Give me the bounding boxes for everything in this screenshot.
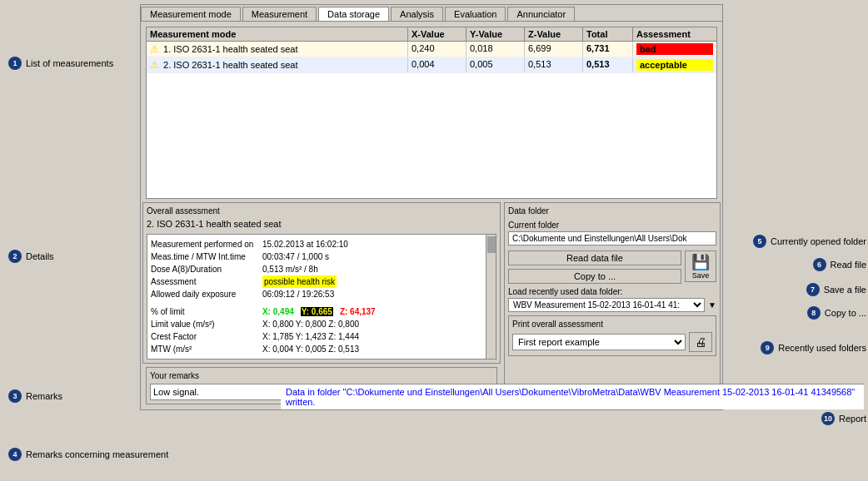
status-bar: Data in folder "C:\Dokumente und Einstel… [281,384,864,409]
label-remarks-measurement: 4 Remarks concerning measurement [8,448,168,461]
report-select[interactable]: First report example [512,334,686,350]
file-actions-row: Read data file Copy to ... 💾 Save [508,250,716,284]
badge-4: 4 [8,448,22,461]
mtw-values: X: 0,004 Y: 0,005 Z: 0,513 [262,343,359,355]
limit-values: X: 0,800 Y: 0,800 Z: 0,800 [262,318,359,330]
crest-label: Crest Factor [151,330,259,343]
table-row[interactable]: ⚠ 2. ISO 2631-1 health seated seat 0,004… [147,57,716,73]
save-label: Save [692,271,710,280]
table-row[interactable]: ⚠ 1. ISO 2631-1 health seated seat 0,240… [147,42,716,57]
badge-1: 1 [8,57,22,70]
tab-measurement[interactable]: Measurement [242,7,317,21]
save-file-button[interactable]: 💾 Save [685,250,716,282]
recent-dropdown-arrow: ▼ [708,300,716,310]
row1-y: 0,018 [466,42,525,57]
badge-6: 6 [813,258,826,271]
overall-panel-title: Overall assessment [147,206,496,216]
badge-7: 7 [806,283,820,296]
pct-y-value: Y: 0,665 [301,305,333,318]
print-button[interactable]: 🖨 [689,332,712,352]
row1-z: 6,699 [525,42,583,57]
detail-performed-label: Measurement performed on [151,238,259,250]
read-data-file-button[interactable]: Read data file [508,250,681,265]
warn-icon-1: ⚠ [150,43,159,55]
label-recently-used-folders: 9 Recently used folders [761,341,866,355]
assessment-acceptable-badge: acceptable [636,59,713,71]
tab-data-storage[interactable]: Data storage [318,7,389,21]
col-header-assessment: Assessment [633,27,716,41]
tab-annunciator[interactable]: Annunciator [507,7,575,21]
label-copy-to: 8 Copy to ... [807,306,866,320]
row2-x: 0,004 [408,57,466,72]
crest-values: X: 1,785 Y: 1,423 Z: 1,444 [262,330,359,343]
tab-evaluation[interactable]: Evaluation [445,7,506,21]
warn-icon-2: ⚠ [150,59,159,71]
badge-8: 8 [807,306,821,320]
limit-label: Limit value (m/s²) [151,318,259,330]
label-read-file: 6 Read file [813,258,866,271]
copy-to-button[interactable]: Copy to ... [508,269,681,284]
row2-assessment: acceptable [633,57,716,72]
overall-subtitle: 2. ISO 2631-1 health seated seat [147,219,496,229]
row2-total: 0,513 [583,57,633,72]
badge-3: 3 [8,389,22,403]
badge-10: 10 [821,412,835,425]
details-box: Measurement performed on 15.02.2013 at 1… [147,234,496,360]
pct-z-value: Z: 64,137 [340,305,376,318]
tab-measurement-mode[interactable]: Measurement mode [141,7,241,21]
row1-assessment: bad [633,42,716,57]
label-report: 10 Report [821,412,866,425]
label-save-file: 7 Save a file [806,283,866,296]
main-panel: Measurement mode Measurement Data storag… [140,4,723,410]
print-row: First report example 🖨 [512,332,712,352]
row2-mode: ⚠ 2. ISO 2631-1 health seated seat [147,57,408,72]
detail-dose-value: 0,513 m/s² / 8h [262,263,318,275]
current-folder-label: Current folder [508,221,716,230]
table-empty-area [147,73,716,198]
row2-z: 0,513 [525,57,583,72]
save-disk-icon: 💾 [691,253,710,271]
row1-x: 0,240 [408,42,466,57]
detail-dose-label: Dose A(8)/Duration [151,263,259,275]
tab-analysis[interactable]: Analysis [391,7,443,21]
data-folder-panel: Data folder Current folder C:\Dokumente … [504,202,721,408]
overall-assessment-panel: Overall assessment 2. ISO 2631-1 health … [142,202,501,364]
scrollbar-thumb [487,236,496,253]
detail-allowed-label: Allowed daily exposure [151,288,259,300]
detail-meastime-label: Meas.time / MTW Int.time [151,250,259,263]
label-details: 2 Details [8,250,54,263]
remarks-label: Your remarks [150,371,493,380]
detail-assessment-label: Assessment [151,275,259,288]
col-header-x: X-Value [408,27,466,41]
recent-folder-row: WBV Measurement 15-02-2013 16-01-41 41: … [508,298,716,312]
print-panel-title: Print overall assessment [512,320,712,329]
label-list-measurements: 1 List of measurements [8,57,113,70]
label-remarks: 3 Remarks [8,389,62,403]
col-header-y: Y-Value [466,27,525,41]
pct-x-value: X: 0,494 [262,305,294,318]
details-scrollbar[interactable] [486,235,496,359]
row2-y: 0,005 [466,57,525,72]
detail-assessment-value: possible health risk [262,275,337,288]
pct-label: % of limit [151,305,259,318]
row1-mode: ⚠ 1. ISO 2631-1 health seated seat [147,42,408,57]
measurement-table: Measurement mode X-Value Y-Value Z-Value… [146,27,717,199]
current-folder-path: C:\Dokumente und Einstellungen\All Users… [508,231,716,245]
load-recent-label: Load recently used data folder: [508,287,716,296]
tabs-row: Measurement mode Measurement Data storag… [141,5,722,22]
table-rows: ⚠ 1. ISO 2631-1 health seated seat 0,240… [147,42,716,73]
label-currently-opened-folder: 5 Currently opened folder [753,235,866,248]
badge-9: 9 [761,341,774,355]
badge-5: 5 [753,235,766,248]
table-header: Measurement mode X-Value Y-Value Z-Value… [147,27,716,42]
col-header-z: Z-Value [525,27,583,41]
detail-performed-value: 15.02.2013 at 16:02:10 [262,238,348,250]
recent-folder-select[interactable]: WBV Measurement 15-02-2013 16-01-41 41: [508,298,705,312]
badge-2: 2 [8,250,22,263]
data-folder-title: Data folder [508,206,716,216]
col-header-total: Total [583,27,633,41]
detail-meastime-value: 00:03:47 / 1,000 s [262,250,329,263]
assessment-bad-badge: bad [636,43,713,55]
mtw-label: MTW (m/s² [151,343,259,355]
print-assessment-panel: Print overall assessment First report ex… [508,315,716,356]
